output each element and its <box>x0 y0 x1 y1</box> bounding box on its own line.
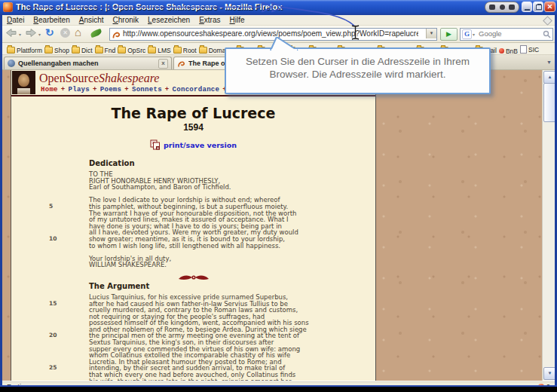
folder-icon <box>7 47 15 54</box>
shakespeare-portrait <box>12 71 35 94</box>
scrollbar-thumb[interactable] <box>543 83 555 122</box>
site-nav-home[interactable]: Home <box>41 86 58 93</box>
citation-tab-icon <box>8 60 15 67</box>
menu-item-lesezeichen[interactable]: Lesezeichen <box>143 15 194 25</box>
reload-button[interactable]: ↻ <box>45 26 54 38</box>
poem-title: The Rape of Lucrece <box>11 105 375 121</box>
dedication-text: TO THERIGHT HONORABLE HENRY WRIOTHESLY,E… <box>11 171 375 268</box>
nav-separator: + <box>124 86 129 93</box>
site-nav-concordance[interactable]: Concordance <box>173 86 220 93</box>
scrollbar-down-button[interactable]: ▼ <box>543 367 555 380</box>
record-icon[interactable] <box>509 5 515 10</box>
search-engine-dropdown-icon[interactable]: ▾ <box>473 32 475 37</box>
camera-icon[interactable] <box>500 5 505 10</box>
search-magnifier-icon[interactable] <box>543 30 551 38</box>
tab-close-button[interactable]: x <box>158 59 168 69</box>
search-input[interactable] <box>479 29 537 38</box>
printer-icon <box>150 139 161 150</box>
throbber-icon <box>543 16 552 26</box>
site-nav-plays[interactable]: Plays <box>69 86 90 93</box>
page-content: OpenSourceShakespeare Home+Plays+Poems+S… <box>2 70 555 381</box>
line-number: 20 <box>49 332 69 339</box>
site-logo[interactable]: OpenSourceShakespeare <box>39 72 159 85</box>
nav-separator: + <box>61 86 66 93</box>
poem-line: Earl of Southampton, and Baron of Tichfi… <box>11 184 375 191</box>
url-dropdown-button[interactable]: ▼ <box>426 29 436 38</box>
bookmark-opsrc[interactable]: OpSrc <box>118 44 145 55</box>
line-number: 15 <box>49 301 69 308</box>
menu-item-datei[interactable]: Datei <box>2 15 29 25</box>
line-number: 25 <box>49 365 69 372</box>
bookmark-fnd[interactable]: Fnd <box>95 44 116 55</box>
menu-item-chronik[interactable]: Chronik <box>109 15 143 25</box>
go-button[interactable]: ▶ <box>440 28 458 41</box>
forward-button[interactable] <box>25 28 37 38</box>
folder-icon <box>148 47 156 54</box>
nav-separator: + <box>165 86 170 93</box>
print-save-row[interactable]: print/save version <box>11 137 375 149</box>
back-button[interactable] <box>5 28 17 38</box>
vertical-scrollbar[interactable]: ▲ ▼ <box>542 70 555 381</box>
dedication-heading: Dedication <box>89 159 375 167</box>
forward-dropdown-icon[interactable]: ▾ <box>38 32 41 37</box>
site-favicon-quill-icon <box>112 30 121 39</box>
print-save-link[interactable]: print/save version <box>164 141 237 149</box>
poem-line: Your lordship's in all duty, <box>11 256 375 262</box>
minimize-button[interactable] <box>522 2 532 12</box>
tab-quellenangaben[interactable]: Quellenangaben machen x <box>4 57 172 69</box>
folder-icon <box>72 47 80 54</box>
bookmark-lms[interactable]: LMS <box>148 44 170 55</box>
menu-item-extras[interactable]: Extras <box>194 15 225 25</box>
red-dot-icon <box>499 48 504 54</box>
folder-icon <box>44 47 53 54</box>
bookmark-shop[interactable]: Shop <box>44 44 69 55</box>
rss-leaf-icon[interactable] <box>90 29 103 38</box>
firefox-logo-icon <box>3 2 13 12</box>
poem-year: 1594 <box>11 122 375 133</box>
page-icon <box>520 45 527 54</box>
capture-icon[interactable] <box>489 5 495 10</box>
tabs-overflow-button[interactable]: ▼ <box>546 60 552 65</box>
bookmark-root[interactable]: Root <box>173 44 197 55</box>
quill-favicon-icon <box>177 60 185 68</box>
folder-icon <box>118 47 126 54</box>
nav-separator: + <box>93 86 97 93</box>
window-title: The Rape of Lucrece : |: Open Source Sha… <box>16 2 282 11</box>
home-button[interactable]: ⌂ <box>75 26 81 38</box>
callout-text-line: Browser. Die Adresszeile wird markiert. <box>226 68 489 81</box>
bottom-black-strip <box>0 387 557 392</box>
ornament-divider <box>11 271 375 278</box>
back-dropdown-icon[interactable]: ▾ <box>19 32 21 37</box>
bookmark-sic[interactable]: SIC <box>520 44 539 55</box>
site-nav-sonnets[interactable]: Sonnets <box>132 86 162 93</box>
bookmark-bnb[interactable]: BnB <box>499 45 518 55</box>
stop-button[interactable]: ✕ <box>60 28 70 38</box>
folder-icon <box>173 47 182 54</box>
menu-bar: DateiBearbeitenAnsichtChronikLesezeichen… <box>2 15 555 26</box>
menu-item-bearbeiten[interactable]: Bearbeiten <box>29 15 74 25</box>
search-box[interactable]: G ▾ <box>460 28 553 41</box>
restore-button[interactable] <box>533 2 543 12</box>
google-logo-icon: G <box>462 29 472 39</box>
capture-toolbar[interactable] <box>485 2 519 13</box>
poem-line: to whom I wish long life, still lengthen… <box>11 243 375 250</box>
menu-item-ansicht[interactable]: Ansicht <box>75 15 109 25</box>
line-number: 10 <box>49 236 69 243</box>
scrollbar-up-button[interactable]: ▲ <box>543 71 555 84</box>
instruction-callout: Setzen Sie den Curser in die Adresszeile… <box>225 47 491 94</box>
browser-window: The Rape of Lucrece : |: Open Source Sha… <box>0 0 557 392</box>
site-nav-poems[interactable]: Poems <box>100 86 122 93</box>
folder-icon <box>95 47 103 54</box>
callout-text-line: Setzen Sie den Curser in die Adresszeile… <box>226 55 489 68</box>
site-nav: Home+Plays+Poems+Sonnets+Concordance+Sea… <box>41 86 256 93</box>
tab-label: Quellenangaben machen <box>18 60 158 67</box>
menu-item-hilfe[interactable]: Hilfe <box>225 15 249 25</box>
title-bar[interactable]: The Rape of Lucrece : |: Open Source Sha… <box>0 0 557 15</box>
poem-line: WILLIAM SHAKESPEARE. <box>11 262 375 268</box>
close-button[interactable]: ✕ <box>544 2 555 12</box>
argument-text: Lucius Tarquinius, for his excessive pri… <box>11 294 375 381</box>
poem-line <box>11 249 375 256</box>
line-number: 5 <box>49 204 69 210</box>
bookmark-plattform[interactable]: Plattform <box>7 44 42 55</box>
bookmark-dict[interactable]: Dict <box>72 44 93 55</box>
